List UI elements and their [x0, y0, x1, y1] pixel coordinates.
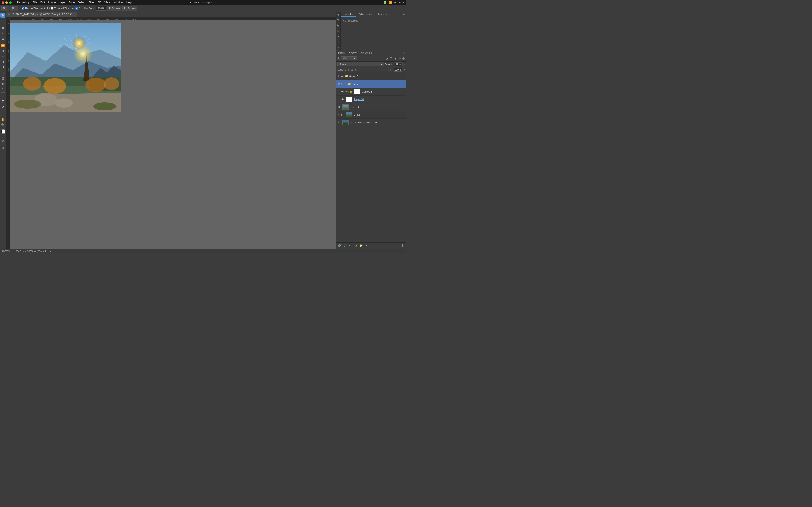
filter-icon-type[interactable]: T: [389, 57, 393, 60]
props-icon-color[interactable]: 🎨: [336, 23, 340, 27]
menu-select[interactable]: Select: [78, 1, 86, 4]
crop-tool[interactable]: ⊡: [0, 36, 5, 41]
filter-icon-pixel[interactable]: □: [380, 57, 384, 60]
layer-row-group8[interactable]: 👁 ▼ 📂 Group 8: [336, 80, 406, 88]
props-icon-font[interactable]: A: [336, 45, 340, 49]
maximize-button[interactable]: [9, 1, 11, 4]
new-layer-button[interactable]: +: [364, 243, 369, 247]
lasso-tool[interactable]: ⌀: [0, 25, 5, 30]
blur-tool[interactable]: ◉: [0, 81, 5, 86]
group7-vis-icon[interactable]: 👁: [337, 113, 341, 116]
group8-vis-icon[interactable]: 👁: [337, 82, 341, 86]
eraser-tool[interactable]: ◻: [0, 70, 5, 75]
quick-mask-button[interactable]: ◑: [0, 138, 5, 143]
add-mask-button[interactable]: ⊙: [348, 243, 352, 247]
tab-layers[interactable]: Layers: [347, 50, 359, 55]
menu-image[interactable]: Image: [48, 1, 55, 4]
layer9-vis-icon[interactable]: 👁: [337, 106, 341, 109]
pen-tool[interactable]: ✒: [0, 94, 5, 99]
menu-3d[interactable]: 3D: [98, 1, 101, 4]
group5-expand-icon[interactable]: ▶: [342, 75, 344, 77]
new-fill-layer-button[interactable]: ◑: [354, 243, 358, 247]
props-icon-fx[interactable]: fx: [336, 29, 340, 33]
menu-help[interactable]: Help: [126, 1, 132, 4]
tab-channels[interactable]: Channels: [359, 51, 374, 55]
lock-icon-pixels[interactable]: ⊞: [345, 69, 346, 71]
tab-adjustments[interactable]: Adjustments: [356, 12, 375, 17]
foreground-color[interactable]: [1, 129, 5, 133]
lock-icon-all[interactable]: 🔒: [354, 69, 357, 71]
menu-layer[interactable]: Layer: [59, 1, 66, 4]
resize-windows-input[interactable]: [22, 7, 24, 9]
zoom-tool[interactable]: 🔍: [0, 122, 5, 127]
props-icon-a[interactable]: A: [336, 35, 340, 39]
layer10-vis-icon[interactable]: 👁: [341, 98, 344, 101]
history-brush-tool[interactable]: ↺: [0, 65, 5, 70]
clone-stamp-tool[interactable]: ⊙: [0, 59, 5, 64]
status-arrow-icon[interactable]: ▶: [50, 250, 51, 252]
brush-tool[interactable]: ✏: [0, 54, 5, 59]
filter-icon-smart[interactable]: ⊙: [398, 57, 401, 60]
menu-window[interactable]: Window: [113, 1, 123, 4]
dodge-tool[interactable]: ○: [0, 87, 5, 92]
layers-menu-icon[interactable]: ≡: [401, 51, 406, 55]
lock-icon-artboard[interactable]: ⊟: [351, 69, 353, 71]
filter-icon-adj[interactable]: ◑: [385, 57, 389, 60]
opacity-input[interactable]: [395, 62, 403, 66]
props-icon-appearance[interactable]: ◉: [336, 13, 340, 17]
layer-row-layer9[interactable]: 👁 Layer 9: [336, 103, 406, 111]
photoshop-canvas[interactable]: [9, 23, 120, 112]
fit-screen-button[interactable]: Fit Screen: [107, 6, 121, 11]
filter-dot[interactable]: [402, 57, 405, 60]
gradient-tool[interactable]: ▥: [0, 75, 5, 80]
document-tab[interactable]: ✕ 20161029_144720-2.psd @ 48,7% (Group 8…: [6, 12, 77, 16]
zoom-in-button[interactable]: 🔍+: [1, 6, 9, 11]
layer-row-cr2[interactable]: 👁 20161029.144615-2.CR2: [336, 119, 406, 126]
filter-icon-shape[interactable]: ◈: [394, 57, 397, 60]
zoom-all-input[interactable]: [51, 7, 53, 9]
group8-expand-icon[interactable]: ▼: [345, 83, 347, 85]
shape-tool[interactable]: ▭: [0, 110, 5, 115]
eyedropper-tool[interactable]: 🔽: [0, 43, 5, 48]
fill-input[interactable]: [394, 68, 402, 71]
curves3-vis-icon[interactable]: 👁: [341, 90, 344, 93]
layer-row-curves3[interactable]: 👁 ↷ ⊞ 🔒 Curves 3: [336, 88, 406, 96]
filter-kind-select[interactable]: Kind: [341, 56, 357, 60]
scrubby-zoom-input[interactable]: [75, 7, 78, 9]
quick-select-tool[interactable]: ✦: [0, 31, 5, 36]
menu-type[interactable]: Type: [69, 1, 75, 4]
screen-mode-button[interactable]: ▢: [0, 145, 5, 150]
zoom-out-button[interactable]: 🔍−: [10, 6, 18, 11]
tab-close-icon[interactable]: ✕: [8, 13, 10, 15]
group7-expand-icon[interactable]: ▶: [342, 114, 344, 116]
menu-file[interactable]: File: [33, 1, 37, 4]
group5-vis-icon[interactable]: 👁: [337, 75, 341, 78]
close-button[interactable]: [2, 1, 4, 4]
lock-icon-move[interactable]: ✛: [348, 69, 350, 71]
new-group-button[interactable]: 📁: [359, 243, 363, 247]
menu-filter[interactable]: Filter: [89, 1, 95, 4]
path-selection-tool[interactable]: ↗: [0, 104, 5, 109]
opacity-chevron[interactable]: ▾: [404, 63, 405, 66]
fill-chevron[interactable]: ▾: [404, 69, 405, 71]
add-style-button[interactable]: ƒ: [343, 243, 347, 247]
zoom-input[interactable]: [96, 6, 106, 11]
cr2-vis-icon[interactable]: 👁: [337, 121, 341, 124]
fill-screen-button[interactable]: Fill Screen: [122, 6, 137, 11]
move-tool[interactable]: ⊕: [0, 13, 5, 18]
hand-tool[interactable]: ✋: [0, 117, 5, 122]
zoom-all-checkbox[interactable]: Zoom All Windows: [51, 7, 74, 10]
blend-mode-select[interactable]: Screen: [337, 62, 384, 66]
layer-row-group5[interactable]: 👁 ▶ 📁 Group 5: [336, 72, 406, 80]
marquee-tool[interactable]: ▭: [0, 20, 5, 25]
menu-photoshop[interactable]: Photoshop: [16, 1, 30, 4]
minimize-button[interactable]: [5, 1, 8, 4]
resize-windows-checkbox[interactable]: Resize Windows to Fit: [22, 7, 50, 10]
props-icon-para[interactable]: ¶: [336, 40, 340, 44]
healing-tool[interactable]: ⊕: [0, 48, 5, 53]
scrubby-zoom-checkbox[interactable]: Scrubby Zoom: [75, 7, 95, 10]
tab-paths[interactable]: Paths: [336, 51, 347, 55]
props-icon-photo[interactable]: 📷: [336, 18, 340, 22]
tab-histogram[interactable]: Histogram: [375, 12, 391, 17]
menu-view[interactable]: View: [104, 1, 110, 4]
